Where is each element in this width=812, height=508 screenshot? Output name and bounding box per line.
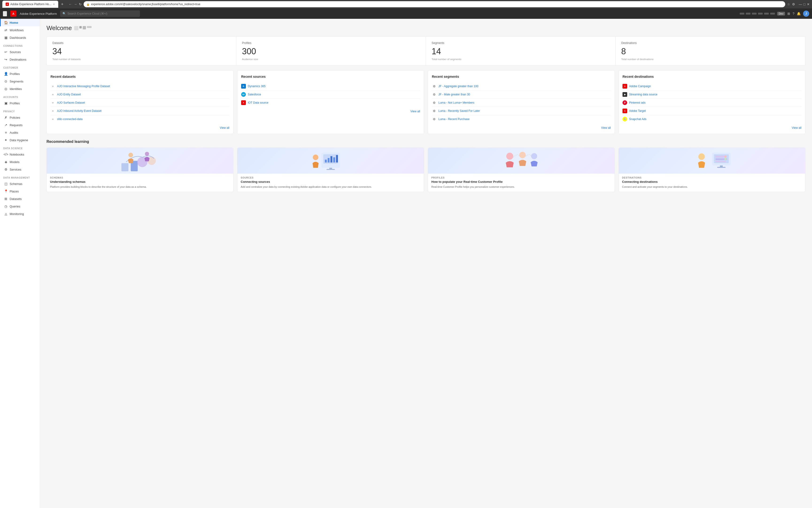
new-tab-button[interactable]: +: [60, 1, 65, 8]
stat-sub-datasets: Total number of datasets: [52, 58, 231, 60]
app-header: ☰ A Adobe Experience Platform 🔍 Search E…: [0, 8, 812, 19]
dataset-name[interactable]: AJO Entity Dataset: [57, 93, 81, 96]
source-name[interactable]: Salesforce: [248, 93, 261, 96]
view-all-datasets-link[interactable]: View all: [220, 126, 229, 129]
adobe-source-icon: A: [241, 100, 246, 105]
dataset-name[interactable]: AJO Surfaces Dataset: [57, 101, 85, 104]
dataset-name[interactable]: AJO Inbound Activity Event Dataset: [57, 109, 101, 113]
sidebar-audits-label: Audits: [10, 131, 18, 134]
header-search[interactable]: 🔍 Search Experience Cloud (⌘+/): [60, 10, 140, 17]
tab-close[interactable]: ✕: [53, 3, 55, 6]
learning-card-schemas: SCHEMAS Understanding schemas Platform p…: [47, 147, 233, 192]
sidebar-item-audits[interactable]: ≡ Audits: [0, 129, 40, 136]
view-all-segments-link[interactable]: View all: [601, 126, 611, 129]
learning-content-destinations: DESTINATIONS Connecting destinations Con…: [619, 174, 805, 192]
sidebar-item-identities[interactable]: ◎ Identities: [0, 85, 40, 93]
sidebar-item-services[interactable]: ⚙ Services: [0, 166, 40, 173]
sidebar-item-schemas[interactable]: ◫ Schemas: [0, 180, 40, 187]
learning-title-sources: Connecting sources: [241, 180, 421, 183]
learning-desc-sources: Add and centralize your data by connecti…: [241, 185, 421, 189]
extension-button[interactable]: ⚙: [792, 2, 795, 6]
source-name[interactable]: Dynamics 365: [248, 85, 266, 88]
svg-rect-21: [715, 156, 725, 158]
sidebar-item-sources[interactable]: ↩ Sources: [0, 48, 40, 56]
datasets-icon: ⊞: [4, 197, 8, 201]
sidebar-item-models[interactable]: ◈ Models: [0, 158, 40, 166]
sidebar-workflows-label: Workflows: [10, 29, 24, 32]
sidebar-item-dashboards[interactable]: ▦ Dashboards: [0, 34, 40, 41]
queries-icon: ◷: [4, 204, 8, 208]
bookmark-button[interactable]: ☆: [787, 2, 790, 6]
tab-favicon: A: [6, 3, 9, 6]
sidebar-item-data-hygiene[interactable]: ✦ Data Hygiene: [0, 136, 40, 144]
source-name[interactable]: IOT Data source: [248, 101, 269, 104]
view-all-sources-link[interactable]: View all: [411, 110, 420, 113]
profiles-icon: 👤: [4, 72, 8, 76]
sidebar-item-monitoring[interactable]: ◬ Monitoring: [0, 210, 40, 218]
segment-name[interactable]: Luma - Recent Purchase: [438, 118, 470, 121]
list-item: ≡ AJO Surfaces Dataset: [50, 99, 229, 107]
segment-name[interactable]: Luma - Recently Saved For Later: [438, 109, 480, 113]
sidebar-item-queries[interactable]: ◷ Queries: [0, 203, 40, 210]
sidebar-item-workflows[interactable]: ⇄ Workflows: [0, 26, 40, 34]
apps-button[interactable]: ⊞: [787, 12, 790, 15]
destination-name[interactable]: Streaming data source: [629, 93, 658, 96]
destination-name[interactable]: Snapchat Ads: [629, 118, 647, 121]
destination-name[interactable]: Adobe Campaign: [629, 85, 651, 88]
sidebar-item-datasets[interactable]: ⊞ Datasets: [0, 195, 40, 203]
dataset-name[interactable]: AJO Interactive Messaging Profile Datase…: [57, 85, 110, 88]
learning-category-sources: SOURCES: [241, 176, 421, 179]
forward-button[interactable]: →: [74, 2, 77, 6]
segment-name[interactable]: JF - Aggregate greater than 100: [438, 85, 478, 88]
sidebar-services-label: Services: [10, 168, 21, 171]
address-bar[interactable]: 🔒 experience.adobe.com/#/@salesvelocity/…: [84, 1, 785, 7]
segments-icon: ⊙: [4, 79, 8, 83]
sidebar-item-profiles[interactable]: 👤 Profiles: [0, 70, 40, 78]
header-right: Dev ⊞ ? 🔔 J: [740, 10, 809, 17]
stat-value-profiles: 300: [242, 46, 420, 56]
notifications-button[interactable]: 🔔: [797, 12, 801, 15]
dataset-icon: ≡: [50, 84, 55, 89]
sidebar-item-notebooks[interactable]: </> Notebooks: [0, 151, 40, 158]
recent-sources-card: Recent sources D Dynamics 365 SF Salesfo…: [237, 70, 424, 134]
sidebar-item-places[interactable]: 📍 Places: [0, 187, 40, 195]
destination-name[interactable]: Pinterest ads: [629, 101, 646, 104]
maximize-button[interactable]: □: [804, 2, 805, 6]
svg-point-5: [145, 152, 149, 156]
segment-name[interactable]: JF - Male greater than 30: [438, 93, 470, 96]
svg-point-13: [313, 154, 319, 160]
close-window-button[interactable]: ✕: [807, 2, 810, 6]
sidebar-item-policies[interactable]: ✗ Policies: [0, 114, 40, 121]
sidebar-item-accounts-profiles[interactable]: ▣ Profiles: [0, 99, 40, 107]
hamburger-menu[interactable]: ☰: [3, 11, 7, 16]
list-item: ⚙ JF - Male greater than 30: [432, 90, 611, 99]
sidebar-item-requests[interactable]: ↗ Requests: [0, 121, 40, 129]
workflows-icon: ⇄: [4, 28, 8, 32]
adobe-target-icon: A: [622, 109, 627, 113]
requests-icon: ↗: [4, 123, 8, 127]
sidebar-item-home[interactable]: 🏠 Home: [0, 19, 40, 26]
stat-value-datasets: 34: [52, 46, 231, 56]
view-all-destinations-link[interactable]: View all: [792, 126, 802, 129]
svg-rect-9: [328, 158, 329, 162]
minimize-button[interactable]: —: [799, 2, 802, 6]
services-icon: ⚙: [4, 168, 8, 171]
destination-name[interactable]: Adobe Target: [629, 109, 646, 113]
learning-category-profiles: PROFILES: [431, 176, 611, 179]
browser-tab[interactable]: A Adobe Experience Platform Ho... ✕: [2, 1, 58, 8]
recent-sources-title: Recent sources: [241, 75, 420, 79]
dataset-name[interactable]: sfdc-connected-data: [57, 118, 83, 121]
browser-chrome: A Adobe Experience Platform Ho... ✕ + ← …: [0, 0, 812, 8]
sidebar-places-label: Places: [10, 189, 19, 193]
adobe-logo: A: [10, 10, 16, 17]
places-icon: 📍: [4, 189, 8, 193]
recent-destinations-list: A Adobe Campaign ▶ Streaming data source…: [622, 82, 802, 123]
sidebar-home-label: Home: [10, 21, 18, 25]
refresh-button[interactable]: ↻: [79, 2, 82, 6]
user-avatar[interactable]: J: [803, 10, 809, 17]
back-button[interactable]: ←: [68, 2, 72, 6]
segment-name[interactable]: Luma - Not Luma+ Members: [438, 101, 474, 104]
help-button[interactable]: ?: [793, 12, 795, 15]
sidebar-item-segments[interactable]: ⊙ Segments: [0, 78, 40, 85]
sidebar-item-destinations[interactable]: ↪ Destinations: [0, 56, 40, 63]
